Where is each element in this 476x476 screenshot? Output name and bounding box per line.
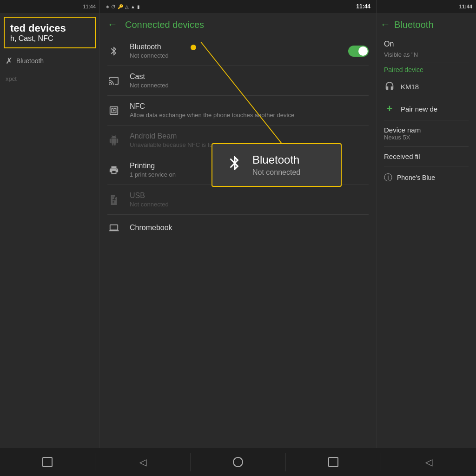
right-back-button[interactable]: ← [380, 19, 390, 31]
right-status-time: 11:44 [459, 4, 472, 9]
left-extra-text: xpct [0, 70, 99, 88]
nfc-item-name: NFC [130, 102, 369, 111]
chromebook-menu-icon [107, 221, 120, 234]
tooltip-title: Bluetooth [252, 153, 300, 166]
right-phone-info-item[interactable]: ⓘ Phone's Blue [377, 166, 476, 189]
nav-section-5: ◁ [381, 448, 476, 476]
left-status-bar: 11:44 [0, 0, 99, 13]
tooltip-bluetooth-icon [226, 155, 243, 176]
right-pair-new-item[interactable]: + Pair new de [377, 98, 476, 120]
cast-menu-item[interactable]: Cast Not connected [100, 66, 376, 95]
cast-menu-icon [107, 74, 120, 87]
left-bluetooth-label: Bluetooth [16, 57, 44, 65]
bluetooth-tooltip: Bluetooth Not connected [212, 143, 342, 187]
nav-section-3 [191, 448, 285, 476]
usb-menu-icon [107, 193, 120, 206]
middle-status-time: 11:44 [356, 3, 370, 10]
bluetooth-menu-item[interactable]: Bluetooth Not connected [100, 36, 376, 66]
usb-item-name: USB [130, 192, 369, 200]
nav-back-button-1[interactable]: ◁ [139, 456, 146, 468]
right-km18-item[interactable]: KM18 [377, 75, 476, 98]
left-status-time: 11:44 [83, 4, 96, 9]
nav-home-button[interactable] [233, 457, 243, 467]
middle-menu-list: Bluetooth Not connected [100, 36, 376, 448]
right-plus-icon: + [384, 103, 395, 114]
left-bluetooth-row: ✗ Bluetooth [0, 52, 99, 70]
right-phone-info-text: Phone's Blue [397, 174, 435, 181]
right-status-bar: 11:44 [377, 0, 476, 13]
right-visible-label: Visible as "N [377, 50, 476, 62]
cast-item-text: Cast Not connected [130, 73, 369, 89]
bluetooth-yellow-dot [191, 45, 196, 50]
printing-menu-icon [107, 164, 120, 177]
bluetooth-toggle[interactable] [348, 46, 369, 57]
android-beam-menu-icon [107, 134, 120, 147]
bluetooth-menu-icon [107, 45, 120, 58]
battery-icon: ▮ [137, 4, 140, 9]
right-received-files-label: Received fil [384, 152, 469, 160]
right-device-name-section: Device nam Nexus 5X [377, 120, 476, 146]
left-header-box: ted devices h, Cast, NFC [4, 17, 96, 48]
right-panel: 11:44 ← Bluetooth On Visible as "N Paire… [377, 0, 476, 448]
right-top-bar: ← Bluetooth [377, 13, 476, 36]
usb-item-desc: Not connected [130, 201, 369, 208]
cast-item-name: Cast [130, 73, 369, 81]
tooltip-subtitle: Not connected [252, 168, 300, 177]
android-beam-item-name: Android Beam [130, 132, 369, 140]
middle-status-bar: ∗ ⏱ 🔑 △ ▲ ▮ 11:44 [100, 0, 376, 13]
left-panel: 11:44 ted devices h, Cast, NFC ✗ Bluetoo… [0, 0, 100, 448]
usb-item-text: USB Not connected [130, 192, 369, 208]
signal-icon: ▲ [131, 4, 135, 9]
left-header-subtitle: h, Cast, NFC [10, 34, 89, 43]
right-received-files-item[interactable]: Received fil [377, 147, 476, 166]
right-on-label: On [377, 36, 476, 50]
right-pair-new-name: Pair new de [401, 105, 437, 113]
nav-back-button-2[interactable]: ◁ [425, 456, 432, 468]
right-device-name-value: Nexus 5X [384, 134, 469, 141]
right-device-name-label: Device nam [384, 126, 469, 134]
key-icon: 🔑 [118, 4, 123, 9]
middle-top-bar: ← Connected devices [100, 13, 376, 36]
right-headphone-icon [384, 81, 395, 92]
right-pair-new-text: Pair new de [401, 105, 437, 113]
alarm-icon: ⏱ [111, 4, 116, 9]
bluetooth-item-text: Bluetooth Not connected [130, 43, 339, 59]
right-info-icon: ⓘ [384, 172, 392, 183]
wifi-icon: △ [125, 4, 129, 9]
nfc-menu-item[interactable]: NFC Allow data exchange when the phone t… [100, 96, 376, 125]
chromebook-item-text: Chromebook [130, 224, 369, 232]
chromebook-menu-item[interactable]: Chromebook [100, 215, 376, 241]
nfc-item-desc: Allow data exchange when the phone touch… [130, 112, 369, 119]
bottom-navigation: ◁ ◁ [0, 448, 476, 476]
nfc-item-text: NFC Allow data exchange when the phone t… [130, 102, 369, 119]
usb-menu-item[interactable]: USB Not connected [100, 185, 376, 214]
left-header-title: ted devices [10, 22, 89, 34]
bluetooth-item-desc: Not connected [130, 52, 339, 59]
bluetooth-item-name: Bluetooth [130, 43, 339, 51]
nav-section-2: ◁ [95, 448, 190, 476]
middle-status-icons: ∗ ⏱ 🔑 △ ▲ ▮ [106, 4, 140, 9]
bluetooth-icon-left: ✗ [6, 56, 13, 66]
tooltip-text-container: Bluetooth Not connected [252, 153, 300, 177]
nfc-menu-icon [107, 104, 120, 117]
middle-panel: ∗ ⏱ 🔑 △ ▲ ▮ 11:44 ← Connected devices [100, 0, 377, 448]
nav-square-button-1[interactable] [42, 457, 53, 467]
nav-section-4 [286, 448, 381, 476]
chromebook-item-name: Chromebook [130, 224, 369, 232]
nav-square-button-2[interactable] [328, 457, 338, 467]
right-page-title: Bluetooth [394, 20, 434, 30]
right-km18-text: KM18 [401, 83, 419, 91]
right-km18-name: KM18 [401, 83, 419, 91]
middle-back-button[interactable]: ← [107, 19, 118, 31]
cast-item-desc: Not connected [130, 82, 369, 89]
middle-page-title: Connected devices [125, 20, 204, 30]
right-paired-section-title: Paired device [377, 62, 476, 75]
nav-section-1 [0, 448, 95, 476]
bluetooth-status-icon: ∗ [106, 4, 109, 9]
